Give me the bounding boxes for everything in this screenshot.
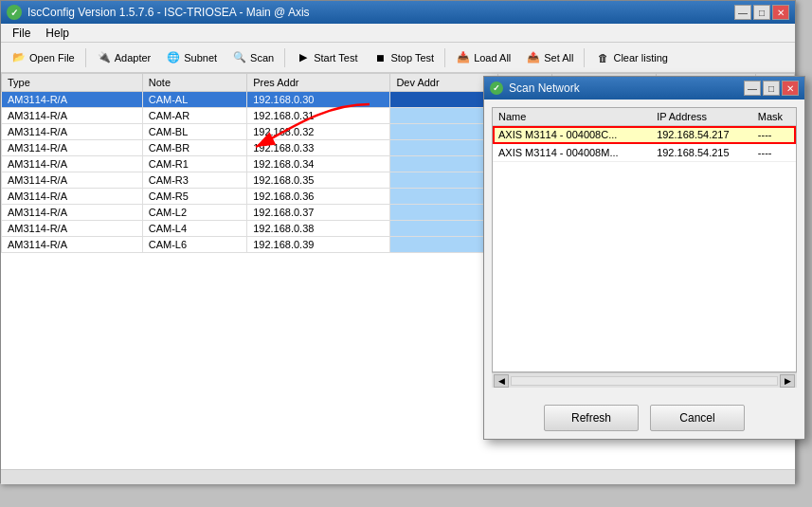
open-file-label: Open File (29, 52, 75, 63)
scroll-track[interactable] (511, 376, 778, 386)
clear-listing-label: Clear listing (613, 52, 667, 63)
title-bar: ✓ IscConfig Version 1.5.7.6 - ISC-TRIOSE… (1, 1, 795, 24)
scan-results-table: Name IP Address Mask AXIS M3114 - 004008… (493, 108, 796, 162)
open-file-icon: 📂 (11, 50, 27, 65)
col-note: Note (142, 74, 246, 92)
load-all-label: Load All (474, 52, 511, 63)
scan-icon: 🔍 (232, 50, 247, 65)
cancel-button[interactable]: Cancel (650, 405, 745, 431)
window-controls: — □ ✕ (734, 5, 789, 20)
toolbar-separator-4 (584, 48, 585, 67)
stop-test-label: Stop Test (390, 52, 434, 63)
refresh-button[interactable]: Refresh (544, 405, 639, 431)
minimize-button[interactable]: — (734, 5, 751, 20)
toolbar: 📂 Open File 🔌 Adapter 🌐 Subnet 🔍 Scan ▶ … (1, 43, 795, 73)
stop-test-button[interactable]: ⏹ Stop Test (366, 46, 441, 69)
load-all-button[interactable]: 📥 Load All (449, 46, 517, 69)
subnet-label: Subnet (184, 52, 217, 63)
scan-button[interactable]: 🔍 Scan (226, 46, 280, 69)
dialog-maximize-button[interactable]: □ (763, 81, 780, 96)
dialog-app-icon: ✓ (490, 81, 503, 95)
adapter-icon: 🔌 (97, 50, 112, 65)
horizontal-scrollbar[interactable] (1, 469, 795, 484)
scroll-left-button[interactable]: ◀ (494, 374, 509, 388)
scan-label: Scan (250, 52, 274, 63)
start-test-label: Start Test (314, 52, 357, 63)
toolbar-separator-2 (284, 48, 285, 67)
scan-result-row[interactable]: AXIS M3114 - 004008M...192.168.54.215---… (493, 144, 796, 162)
open-file-button[interactable]: 📂 Open File (5, 46, 81, 69)
load-all-icon: 📥 (456, 50, 471, 65)
scan-results-container[interactable]: Name IP Address Mask AXIS M3114 - 004008… (492, 107, 797, 372)
set-all-button[interactable]: 📤 Set All (519, 46, 580, 69)
maximize-button[interactable]: □ (753, 5, 770, 20)
col-type: Type (2, 74, 143, 92)
stop-test-icon: ⏹ (372, 50, 388, 65)
subnet-icon: 🌐 (166, 50, 181, 65)
col-dev-addr: Dev Addr (390, 74, 498, 92)
scan-col-mask: Mask (752, 108, 796, 126)
scan-result-row[interactable]: AXIS M3114 - 004008C...192.168.54.217---… (493, 126, 796, 144)
dialog-buttons: Refresh Cancel (484, 395, 804, 439)
adapter-label: Adapter (115, 52, 152, 63)
clear-listing-button[interactable]: 🗑 Clear listing (588, 46, 674, 69)
menu-bar: File Help (1, 24, 795, 43)
app-icon: ✓ (7, 5, 22, 20)
set-all-icon: 📤 (526, 50, 541, 65)
dialog-scrollbar[interactable]: ◀ ▶ (492, 372, 797, 388)
dialog-title-bar: ✓ Scan Network — □ ✕ (484, 77, 804, 100)
dialog-window-controls: — □ ✕ (744, 81, 799, 96)
dialog-close-button[interactable]: ✕ (782, 81, 799, 96)
clear-listing-icon: 🗑 (595, 50, 610, 65)
window-title: IscConfig Version 1.5.7.6 - ISC-TRIOSEA … (27, 6, 310, 19)
menu-file[interactable]: File (5, 25, 38, 42)
toolbar-separator-3 (444, 48, 445, 67)
close-button[interactable]: ✕ (772, 5, 789, 20)
toolbar-separator (85, 48, 86, 67)
scan-col-name: Name (493, 108, 651, 126)
menu-help[interactable]: Help (38, 25, 77, 42)
set-all-label: Set All (544, 52, 573, 63)
scan-col-ip: IP Address (651, 108, 752, 126)
start-test-button[interactable]: ▶ Start Test (289, 46, 364, 69)
adapter-button[interactable]: 🔌 Adapter (90, 46, 158, 69)
scroll-right-button[interactable]: ▶ (780, 374, 795, 388)
start-test-icon: ▶ (296, 50, 311, 65)
col-pres-addr: Pres Addr (247, 74, 390, 92)
dialog-title: Scan Network (509, 81, 580, 95)
scan-dialog: ✓ Scan Network — □ ✕ Name IP Address Mas… (483, 76, 805, 440)
dialog-content: Name IP Address Mask AXIS M3114 - 004008… (484, 100, 804, 395)
dialog-minimize-button[interactable]: — (744, 81, 761, 96)
subnet-button[interactable]: 🌐 Subnet (159, 46, 224, 69)
